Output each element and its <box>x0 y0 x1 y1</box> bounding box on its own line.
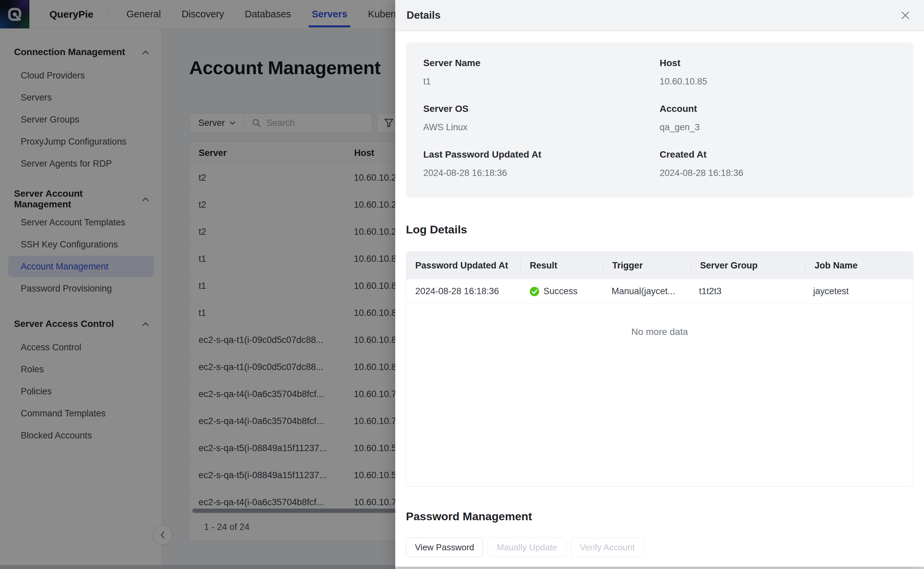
log-row: 2024-08-28 16:18:36 Success Manual(jayce… <box>406 279 913 304</box>
field-value: t1 <box>423 76 660 87</box>
log-table-header: Password Updated At Result Trigger Serve… <box>406 252 913 279</box>
manually-update-button: Maually Update <box>488 538 566 557</box>
details-drawer: Details Server Name t1 Host 10.60.10.85 … <box>395 0 924 567</box>
verify-account-button: Verify Account <box>571 538 644 557</box>
field-label: Server Name <box>423 58 660 68</box>
app-root: QueryPie General Discovery Databases Ser… <box>0 0 924 569</box>
result-label: Success <box>543 286 578 297</box>
log-details-table: Password Updated At Result Trigger Serve… <box>406 251 913 487</box>
field-label: Last Password Updated At <box>423 149 660 160</box>
password-actions: View Password Maually Update Verify Acco… <box>406 538 913 557</box>
close-icon <box>900 11 910 20</box>
drawer-title: Details <box>407 9 441 21</box>
view-password-button[interactable]: View Password <box>406 538 483 557</box>
log-cell-server-group: t1t2t3 <box>690 286 804 297</box>
log-cell-result: Success <box>520 286 603 297</box>
log-column-trigger: Trigger <box>603 260 691 271</box>
result-badge: Success <box>529 286 578 297</box>
field-value: AWS Linux <box>423 122 660 132</box>
log-cell-updated-at: 2024-08-28 16:18:36 <box>406 286 520 297</box>
drawer-header: Details <box>395 0 924 31</box>
log-column-server-group: Server Group <box>691 260 805 271</box>
field-value: 2024-08-28 16:18:36 <box>423 168 660 178</box>
close-button[interactable] <box>898 8 913 23</box>
field-created-at: Created At 2024-08-28 16:18:36 <box>660 149 896 178</box>
log-details-heading: Log Details <box>406 223 913 236</box>
drawer-backdrop[interactable] <box>0 0 395 569</box>
field-account: Account qa_gen_3 <box>660 103 896 132</box>
log-column-password-updated-at: Password Updated At <box>406 260 520 271</box>
field-value: qa_gen_3 <box>660 122 896 132</box>
field-label: Account <box>660 103 896 114</box>
password-management-heading: Password Management <box>406 510 913 523</box>
field-value: 10.60.10.85 <box>660 76 896 87</box>
server-info-card: Server Name t1 Host 10.60.10.85 Server O… <box>406 43 913 198</box>
field-server-name: Server Name t1 <box>423 58 660 87</box>
field-label: Host <box>660 58 896 68</box>
log-cell-job-name: jaycetest <box>804 286 913 297</box>
drawer-body: Server Name t1 Host 10.60.10.85 Server O… <box>395 31 924 557</box>
success-check-icon <box>529 286 540 297</box>
field-label: Server OS <box>423 103 660 114</box>
field-label: Created At <box>660 149 896 160</box>
field-last-password-updated-at: Last Password Updated At 2024-08-28 16:1… <box>423 149 660 178</box>
log-column-result: Result <box>521 260 603 271</box>
field-server-os: Server OS AWS Linux <box>423 103 660 132</box>
field-host: Host 10.60.10.85 <box>660 58 896 87</box>
log-cell-trigger: Manual(jaycet... <box>603 286 690 297</box>
field-value: 2024-08-28 16:18:36 <box>660 168 896 178</box>
log-column-job-name: Job Name <box>805 260 913 271</box>
no-more-data-message: No more data <box>406 304 913 486</box>
